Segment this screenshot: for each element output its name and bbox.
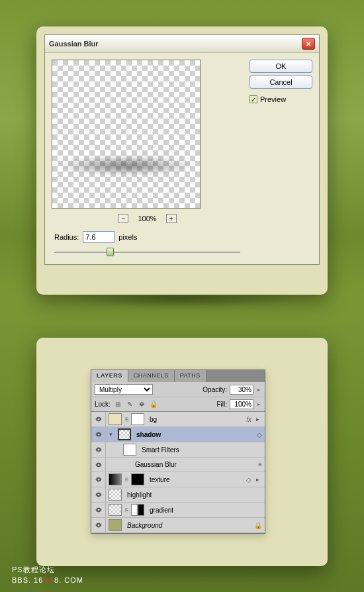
- visibility-toggle[interactable]: [91, 518, 106, 532]
- close-button[interactable]: ✕: [302, 38, 315, 50]
- watermark-line2: BBS. 16XX8. COM: [12, 575, 83, 585]
- filter-name[interactable]: Gaussian Blur: [106, 461, 258, 468]
- radius-input[interactable]: [83, 231, 114, 243]
- watermark-line1: PS教程论坛: [12, 565, 83, 575]
- fill-input[interactable]: [230, 399, 253, 409]
- lock-transparency-icon[interactable]: ⊞: [113, 400, 122, 409]
- eye-icon: [95, 446, 103, 454]
- layer-name[interactable]: bg: [147, 416, 246, 423]
- filter-options-icon[interactable]: ≡: [258, 461, 262, 468]
- smart-obj-icon: ◇: [246, 476, 251, 483]
- slider-thumb[interactable]: [107, 248, 114, 256]
- collapse-icon[interactable]: ▾: [106, 431, 115, 438]
- zoom-level: 100%: [138, 215, 156, 222]
- tab-paths[interactable]: PATHS: [175, 370, 206, 382]
- visibility-toggle[interactable]: [91, 487, 106, 502]
- zoom-out-button[interactable]: −: [118, 214, 128, 223]
- visibility-toggle[interactable]: [91, 458, 106, 471]
- layer-row-background[interactable]: Background 🔒: [91, 518, 265, 533]
- opacity-label: Opacity:: [203, 386, 227, 393]
- zoom-in-button[interactable]: +: [166, 214, 177, 223]
- expand-icon[interactable]: ▸: [253, 416, 262, 422]
- eye-icon: [95, 475, 103, 483]
- lock-move-icon[interactable]: ✥: [137, 400, 146, 409]
- layer-name[interactable]: gradient: [147, 507, 265, 514]
- preview-content: [60, 156, 193, 175]
- layer-thumb[interactable]: [109, 473, 122, 485]
- eye-icon: [95, 430, 103, 438]
- filter-mask-thumb[interactable]: [123, 444, 136, 456]
- layer-name[interactable]: Background: [124, 522, 254, 529]
- dialog-titlebar[interactable]: Gaussian Blur ✕: [45, 35, 319, 53]
- fill-arrow-icon[interactable]: ▸: [256, 401, 261, 407]
- eye-icon: [95, 461, 103, 469]
- layer-name: Smart Filters: [139, 446, 265, 454]
- link-icon[interactable]: ⎘: [123, 477, 130, 483]
- opacity-input[interactable]: [230, 385, 253, 395]
- mask-thumb[interactable]: [131, 413, 144, 425]
- plus-icon: +: [169, 215, 173, 222]
- layer-row-highlight[interactable]: highlight: [91, 487, 265, 503]
- ok-button[interactable]: OK: [250, 60, 312, 73]
- layer-thumb[interactable]: [109, 504, 122, 516]
- lock-all-icon[interactable]: 🔒: [149, 400, 158, 409]
- eye-icon: [95, 491, 103, 499]
- eye-icon: [95, 415, 103, 423]
- opacity-arrow-icon[interactable]: ▸: [256, 387, 261, 393]
- layer-thumb[interactable]: [118, 428, 131, 440]
- dialog-title: Gaussian Blur: [49, 40, 99, 48]
- eye-icon: [95, 506, 103, 514]
- layer-row-shadow[interactable]: ▾ shadow ◇: [91, 427, 265, 442]
- radius-unit: pixels: [118, 233, 137, 241]
- layer-thumb[interactable]: [109, 489, 122, 501]
- mask-thumb[interactable]: [131, 473, 144, 485]
- fx-badge[interactable]: fx: [246, 416, 251, 423]
- tab-layers[interactable]: LAYERS: [91, 370, 128, 382]
- layer-name[interactable]: texture: [147, 476, 246, 483]
- gaussian-blur-dialog: Gaussian Blur ✕ − 100% + Radius: pixels: [44, 34, 320, 265]
- slider-track: [54, 252, 240, 253]
- layer-row-texture[interactable]: ⎘ texture ◇▸: [91, 472, 265, 487]
- radius-slider[interactable]: [54, 247, 240, 258]
- layer-row-bg[interactable]: ⎘ bg fx▸: [91, 412, 265, 427]
- link-icon[interactable]: ⎘: [123, 507, 130, 513]
- visibility-toggle[interactable]: [91, 427, 106, 442]
- layers-panel: LAYERS CHANNELS PATHS Multiply Opacity: …: [91, 370, 265, 534]
- cancel-button[interactable]: Cancel: [250, 75, 312, 89]
- eye-icon: [95, 521, 103, 529]
- lock-icon: 🔒: [254, 522, 262, 529]
- radius-label: Radius:: [54, 233, 79, 241]
- layer-thumb[interactable]: [109, 519, 122, 531]
- watermark: PS教程论坛 BBS. 16XX8. COM: [12, 565, 83, 585]
- layer-name[interactable]: highlight: [124, 491, 265, 499]
- blend-mode-select[interactable]: Multiply: [95, 384, 153, 395]
- expand-icon[interactable]: ▸: [253, 476, 262, 483]
- link-icon[interactable]: ⎘: [123, 417, 130, 422]
- visibility-toggle[interactable]: [91, 472, 106, 487]
- smart-obj-icon: ◇: [257, 431, 262, 438]
- preview-checkbox[interactable]: ✓ Preview: [250, 95, 312, 103]
- minus-icon: −: [121, 215, 125, 222]
- layer-name[interactable]: shadow: [134, 431, 257, 438]
- tab-channels[interactable]: CHANNELS: [128, 370, 175, 382]
- checkbox-icon: ✓: [250, 95, 257, 103]
- layer-row-gaussian[interactable]: Gaussian Blur ≡: [91, 458, 265, 472]
- filter-preview[interactable]: [52, 60, 201, 209]
- visibility-toggle[interactable]: [91, 503, 106, 517]
- lock-brush-icon[interactable]: ✎: [125, 400, 134, 409]
- visibility-toggle[interactable]: [91, 442, 106, 457]
- preview-label: Preview: [260, 95, 286, 103]
- mask-thumb[interactable]: [131, 504, 144, 516]
- lock-label: Lock:: [95, 401, 111, 408]
- layer-thumb[interactable]: [109, 413, 122, 425]
- layer-row-smartfilters[interactable]: Smart Filters: [91, 442, 265, 458]
- fill-label: Fill:: [216, 401, 227, 408]
- layer-row-gradient[interactable]: ⎘ gradient: [91, 503, 265, 518]
- visibility-toggle[interactable]: [91, 412, 106, 426]
- close-icon: ✕: [306, 40, 311, 48]
